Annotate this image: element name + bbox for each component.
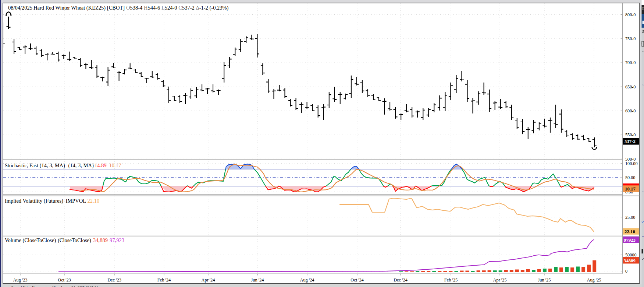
- svg-text:Feb '25: Feb '25: [444, 277, 458, 283]
- svg-text:Feb '24: Feb '24: [157, 277, 171, 283]
- svg-text:550-0: 550-0: [625, 132, 636, 137]
- svg-text:Aug '23: Aug '23: [13, 277, 27, 283]
- svg-text:650-0: 650-0: [625, 84, 636, 90]
- svg-text:0: 0: [625, 269, 627, 274]
- svg-text:25.00: 25.00: [625, 215, 635, 220]
- svg-text:800-0: 800-0: [625, 12, 636, 17]
- svg-text:50.00: 50.00: [625, 175, 635, 180]
- svg-text:Dec '24: Dec '24: [394, 277, 408, 283]
- svg-text:22.10: 22.10: [625, 229, 635, 234]
- svg-text:Apr '25: Apr '25: [493, 277, 507, 283]
- svg-text:08/04/2025Hard Red Winter Whea: 08/04/2025Hard Red Winter Wheat (KEZ25) …: [8, 5, 229, 11]
- svg-text:100.00: 100.00: [625, 161, 638, 166]
- svg-text:97923: 97923: [624, 238, 636, 243]
- svg-text:750-0: 750-0: [625, 36, 636, 41]
- svg-text:D: D: [642, 7, 644, 10]
- svg-text:Oct '23: Oct '23: [58, 277, 71, 283]
- svg-text:Jun '25: Jun '25: [538, 277, 551, 283]
- svg-text:600-0: 600-0: [625, 108, 636, 113]
- svg-text:Aug '24: Aug '24: [300, 277, 314, 283]
- svg-text:34889: 34889: [624, 258, 636, 263]
- svg-text:Implied Volatility (Futures)IM: Implied Volatility (Futures)IMPVOL22.10: [5, 198, 99, 204]
- svg-text:Aug '25: Aug '25: [587, 277, 601, 283]
- svg-text:537-2: 537-2: [625, 139, 636, 144]
- svg-text:Apr '24: Apr '24: [202, 277, 215, 283]
- svg-text:Dec '23: Dec '23: [107, 277, 121, 283]
- svg-text:50000: 50000: [625, 252, 636, 258]
- svg-text:Oct '24: Oct '24: [351, 277, 364, 283]
- svg-text:10.17: 10.17: [625, 186, 636, 192]
- svg-text:700-0: 700-0: [625, 60, 636, 65]
- svg-text:Stochastic, Fast (14, 3, MA)(1: Stochastic, Fast (14, 3, MA)(14, 3, MA)1…: [5, 162, 121, 169]
- svg-text:Jun '24: Jun '24: [251, 277, 264, 283]
- svg-text:Volume (CloseToClose)(CloseToC: Volume (CloseToClose)(CloseToClose)34,88…: [5, 237, 124, 244]
